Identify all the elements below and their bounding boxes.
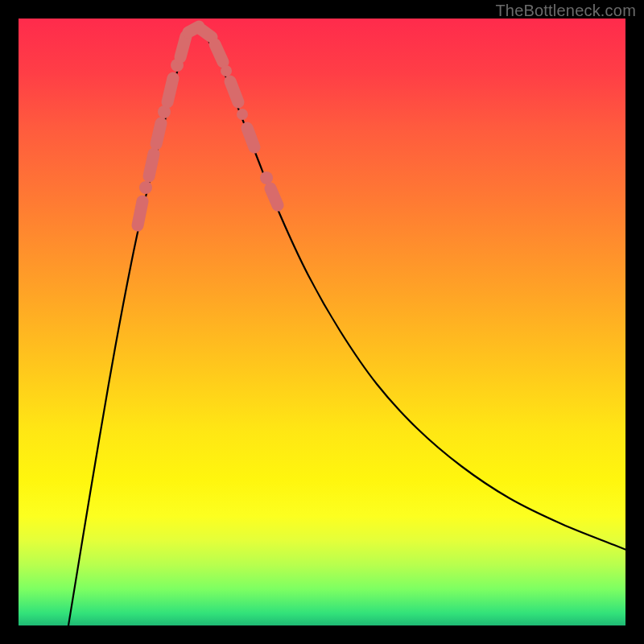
watermark-text: TheBottleneck.com — [495, 2, 636, 20]
bottleneck-curve — [68, 27, 625, 625]
curve-markers — [138, 27, 278, 225]
plot-svg — [19, 19, 625, 625]
curve-marker-pill — [200, 29, 212, 37]
curve-marker-pill — [138, 201, 142, 225]
curve-marker-dot — [139, 181, 152, 194]
curve-marker-dot — [221, 65, 232, 76]
curve-marker-pill — [149, 154, 154, 176]
plot-frame — [19, 19, 625, 625]
curve-marker-pill — [180, 36, 186, 57]
curve-marker-pill — [215, 44, 223, 62]
curve-marker-pill — [230, 81, 238, 102]
curve-marker-pill — [156, 123, 161, 144]
curve-marker-pill — [167, 78, 173, 102]
curve-marker-pill — [270, 188, 278, 205]
curve-marker-pill — [247, 128, 254, 147]
curve-marker-dot — [237, 109, 248, 120]
